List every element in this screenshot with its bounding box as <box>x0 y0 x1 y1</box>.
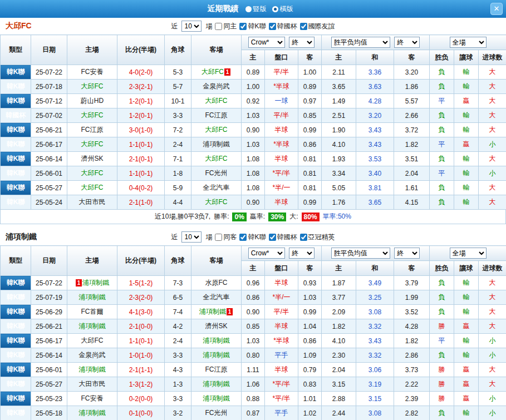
goals-cell: 大 <box>479 363 506 377</box>
handicap-cell: 平/半 <box>265 305 298 319</box>
friendly-checkbox[interactable] <box>300 23 307 30</box>
cover-cell: 輸 <box>454 181 479 195</box>
away-team-cell: 浦項制鐵1 <box>191 305 242 319</box>
filter-friendly[interactable]: 國際友誼 <box>300 22 335 31</box>
team-label: 大邱FC <box>81 337 104 344</box>
vertical-layout-label[interactable]: 豎版 <box>253 4 267 14</box>
layout-radio-group: 豎版 橫版 <box>245 4 299 14</box>
team-label: 金泉尚武 <box>203 82 230 90</box>
close-button[interactable]: ✕ <box>490 3 503 15</box>
col-home: 主場 <box>67 246 117 276</box>
odds-source-select[interactable]: Crow* <box>248 248 285 259</box>
date-cell: 25-06-01 <box>31 166 67 181</box>
korean-cup-checkbox[interactable] <box>269 234 276 241</box>
filter-korean-cup[interactable]: 韓國杯 <box>269 22 297 31</box>
result-cell: 平 <box>430 166 454 181</box>
col-euro-draw: 和 <box>356 261 394 276</box>
matches-table: 類型 日期 主場 比分(半場) 角球 客場 Crow* 終 胜平负均值 終 <box>0 245 506 420</box>
filter-same-venue[interactable]: 同客 <box>215 233 237 242</box>
team-label: 浦項制鐵 <box>203 380 230 388</box>
score-cell: 0-2(0-0) <box>117 392 165 406</box>
asian-final-select[interactable]: 終 <box>289 248 315 259</box>
match-row: 韓K聯25-05-23FC安養0-2(0-0)3-3浦項制鐵0.88*平/半1.… <box>1 392 506 406</box>
euro-draw-odds-cell: 3.25 <box>356 290 394 305</box>
euro-away-odds-cell: 5.57 <box>394 94 430 108</box>
handicap-cell: 半球 <box>265 363 298 377</box>
date-cell: 25-07-19 <box>31 290 67 305</box>
euro-odds-controls: 胜平负均值 終 <box>322 246 430 261</box>
filter-kleague[interactable]: 韓K聯 <box>239 233 266 242</box>
league-type-cell: 韓K聯 <box>1 377 31 392</box>
date-cell: 25-06-17 <box>31 137 67 152</box>
league-type-cell: 韓K聯 <box>1 123 31 137</box>
recent-count-select[interactable]: 10 <box>181 231 202 243</box>
euro-away-odds-cell: 3.51 <box>394 152 430 166</box>
same-venue-checkbox[interactable] <box>215 234 222 241</box>
score-cell: 1-1(0-1) <box>117 166 165 181</box>
euro-away-odds-cell: 3.72 <box>394 123 430 137</box>
away-team-cell: FC光州 <box>191 166 242 181</box>
scope-select[interactable]: 全場 <box>450 37 487 48</box>
filter-kleague[interactable]: 韓K聯 <box>239 22 266 31</box>
team-label: 全北汽車 <box>203 293 230 301</box>
filter-korean-cup[interactable]: 韓國杯 <box>269 233 297 242</box>
col-euro-home: 主 <box>322 261 356 276</box>
odds-source-select[interactable]: Crow* <box>248 37 285 48</box>
cover-cell: 贏 <box>454 392 479 406</box>
away-team-cell: 大邱FC <box>191 152 242 166</box>
home-team-cell: 浦項制鐵 <box>67 290 117 305</box>
euro-mean-select[interactable]: 胜平负均值 <box>331 37 390 48</box>
result-cell: 負 <box>430 406 454 420</box>
handicap-cell: 平/半 <box>265 65 298 80</box>
corner-cell: 7-4 <box>165 305 191 319</box>
match-row: 韓K聯25-06-17大邱FC1-1(0-1)2-4浦項制鐵1.03*半球0.8… <box>1 334 506 348</box>
acl-checkbox[interactable] <box>300 234 307 241</box>
kleague-checkbox[interactable] <box>239 234 247 241</box>
euro-final-select[interactable]: 終 <box>394 37 420 48</box>
filter-same-venue[interactable]: 同主 <box>215 22 237 31</box>
corner-cell: 4-2 <box>165 319 191 334</box>
goals-cell: 大 <box>479 276 506 290</box>
asian-final-select[interactable]: 終 <box>289 37 315 48</box>
asian-away-odds-cell: 0.86 <box>298 137 322 152</box>
col-handicap: 盤口 <box>265 50 298 65</box>
col-euro-away: 客 <box>394 261 430 276</box>
euro-home-odds-cell: 2.04 <box>322 363 356 377</box>
asian-home-odds-cell: 0.88 <box>242 392 265 406</box>
euro-mean-select[interactable]: 胜平负均值 <box>331 248 390 259</box>
match-row: 韓K聯25-06-14濟州SK2-1(0-1)7-1大邱FC1.08半球0.81… <box>1 152 506 166</box>
euro-home-odds-cell: 5.05 <box>322 181 356 195</box>
scope-select[interactable]: 全場 <box>450 248 487 259</box>
kleague-checkbox[interactable] <box>239 23 247 30</box>
asian-home-odds-cell: 0.90 <box>242 305 265 319</box>
date-cell: 25-05-18 <box>31 406 67 420</box>
score-cell: 2-3(2-1) <box>117 80 165 94</box>
home-team-cell: 蔚山HD <box>67 94 117 108</box>
vertical-layout-radio[interactable] <box>245 6 252 12</box>
home-team-cell: FC首爾 <box>67 305 117 319</box>
korean-cup-checkbox[interactable] <box>269 23 276 30</box>
euro-home-odds-cell: 1.82 <box>322 319 356 334</box>
euro-away-odds-cell: 4.15 <box>394 195 430 210</box>
away-team-cell: 全北汽車 <box>191 290 242 305</box>
goals-cell: 大 <box>479 152 506 166</box>
league-type-cell: 韓K聯 <box>1 334 31 348</box>
horizontal-layout-label[interactable]: 橫版 <box>280 4 293 14</box>
cover-cell: 輸 <box>454 195 479 210</box>
team-label: 大邱FC <box>81 140 104 148</box>
home-team-cell: 1浦項制鐵 <box>67 276 117 290</box>
euro-home-odds-cell: 4.10 <box>322 137 356 152</box>
col-date: 日期 <box>31 246 67 276</box>
date-cell: 25-06-21 <box>31 319 67 334</box>
col-date: 日期 <box>31 35 67 65</box>
euro-final-select[interactable]: 終 <box>394 248 420 259</box>
recent-count-select[interactable]: 10 <box>181 21 202 32</box>
team-label: 大邱FC <box>81 169 104 177</box>
team-label: 蔚山HD <box>81 97 104 105</box>
team-name: 大邱FC <box>6 21 32 31</box>
same-venue-checkbox[interactable] <box>215 23 222 30</box>
filter-acl[interactable]: 亞冠精英 <box>300 233 335 242</box>
horizontal-layout-radio[interactable] <box>272 6 278 12</box>
asian-away-odds-cell: 0.99 <box>298 305 322 319</box>
summary-record: 近10場,勝0平3负7, <box>155 212 210 221</box>
